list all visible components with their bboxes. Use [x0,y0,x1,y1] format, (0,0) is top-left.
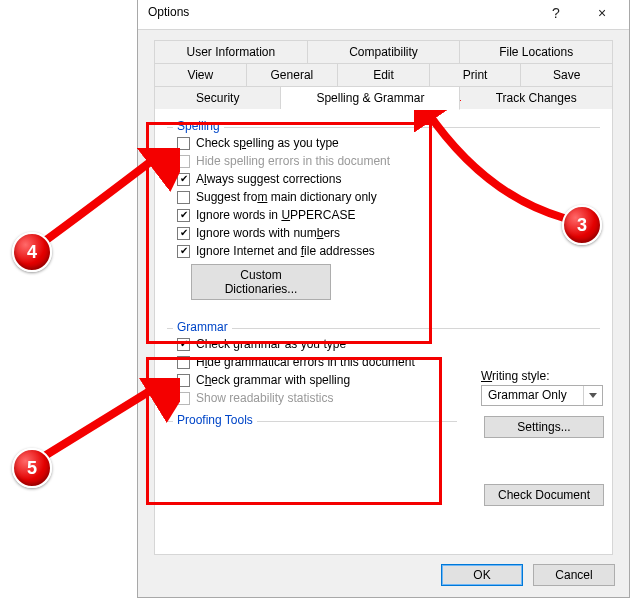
writing-style-value: Grammar Only [482,386,583,405]
spelling-option-3: Suggest from main dictionary only [177,188,600,206]
writing-style-label: Writing style: [481,369,607,383]
spelling-checkbox-1 [177,155,190,168]
tab-view[interactable]: View [154,64,247,87]
grammar-checkbox-2[interactable] [177,374,190,387]
spelling-option-6: Ignore Internet and file addresses [177,242,600,260]
spelling-checkbox-2[interactable] [177,173,190,186]
group-legend-spelling: Spelling [173,119,224,133]
spelling-label-5: Ignore words with numbers [196,226,340,240]
spelling-label-0: Check spelling as you type [196,136,339,150]
titlebar: Options ? × [138,0,629,30]
check-document-button[interactable]: Check Document [484,484,604,506]
annotation-badge-5: 5 [12,448,52,488]
dialog-title: Options [148,5,189,19]
spelling-label-4: Ignore words in UPPERCASE [196,208,355,222]
dialog-buttons: OK Cancel [441,564,615,586]
tab-edit[interactable]: Edit [338,64,430,87]
annotation-badge-4: 4 [12,232,52,272]
tab-save[interactable]: Save [521,64,613,87]
grammar-label-1: Hide grammatical errors in this document [196,355,415,369]
grammar-label-2: Check grammar with spelling [196,373,350,387]
writing-style-panel: Writing style: Grammar Only Settings... … [481,369,607,506]
writing-style-dropdown[interactable]: Grammar Only [481,385,603,406]
tab-print[interactable]: Print [430,64,522,87]
spelling-checkbox-4[interactable] [177,209,190,222]
grammar-label-3: Show readability statistics [196,391,333,405]
grammar-checkbox-3 [177,392,190,405]
options-dialog: Options ? × User Information Compatibili… [137,0,630,598]
spelling-checkbox-5[interactable] [177,227,190,240]
tab-user-information[interactable]: User Information [154,40,308,64]
tab-track-changes[interactable]: Track Changes [460,87,613,110]
help-button[interactable]: ? [537,0,575,27]
spelling-option-0: Check spelling as you type [177,134,600,152]
tab-spelling-grammar[interactable]: Spelling & Grammar [281,87,460,110]
tabstrip: User Information Compatibility File Loca… [154,40,613,555]
spelling-option-1: Hide spelling errors in this document [177,152,600,170]
spelling-option-5: Ignore words with numbers [177,224,600,242]
spelling-label-3: Suggest from main dictionary only [196,190,377,204]
spelling-checkbox-6[interactable] [177,245,190,258]
ok-button[interactable]: OK [441,564,523,586]
tab-panel-spelling-grammar: Spelling Check spelling as you typeHide … [154,109,613,555]
spelling-label-1: Hide spelling errors in this document [196,154,390,168]
grammar-label-0: Check grammar as you type [196,337,346,351]
grammar-checkbox-0[interactable] [177,338,190,351]
spelling-option-2: Always suggest corrections [177,170,600,188]
settings-button[interactable]: Settings... [484,416,604,438]
grammar-checkbox-1[interactable] [177,356,190,369]
group-legend-grammar: Grammar [173,320,232,334]
group-legend-proofing: Proofing Tools [173,413,257,427]
group-spelling: Spelling Check spelling as you typeHide … [167,127,600,300]
spelling-checkbox-3[interactable] [177,191,190,204]
spelling-checkbox-0[interactable] [177,137,190,150]
cancel-button[interactable]: Cancel [533,564,615,586]
custom-dictionaries-button[interactable]: Custom Dictionaries... [191,264,331,300]
chevron-down-icon [583,386,602,405]
tab-file-locations[interactable]: File Locations [460,40,613,64]
spelling-option-4: Ignore words in UPPERCASE [177,206,600,224]
grammar-option-0: Check grammar as you type [177,335,600,353]
group-proofing-tools: Proofing Tools [167,421,457,422]
tab-general[interactable]: General [247,64,339,87]
tab-security[interactable]: Security [154,87,281,110]
close-button[interactable]: × [583,0,621,27]
spelling-label-6: Ignore Internet and file addresses [196,244,375,258]
spelling-label-2: Always suggest corrections [196,172,341,186]
tab-compatibility[interactable]: Compatibility [308,40,461,64]
